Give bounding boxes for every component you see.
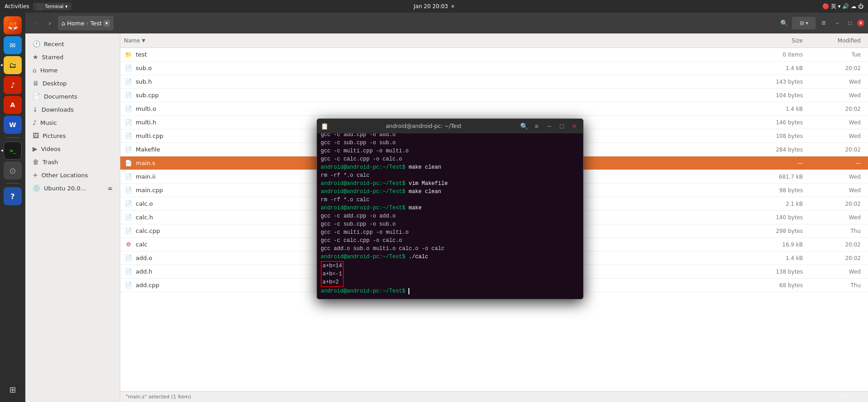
size-column-header[interactable]: Size — [756, 38, 810, 44]
sidebar-item-downloads[interactable]: ↓ Downloads — [27, 103, 118, 116]
terminal-line: android@android-pc:~/Test$ ./calc — [321, 253, 579, 261]
dock-writer[interactable]: W — [4, 116, 22, 134]
dock-dvd[interactable]: ⊙ — [4, 161, 22, 180]
recent-icon: 🕐 — [33, 40, 40, 47]
breadcrumb-arrow: › — [86, 20, 89, 26]
minimize-button[interactable]: − — [832, 18, 843, 28]
file-icon: 📄 — [124, 186, 133, 195]
modified-column-header[interactable]: Modified — [810, 38, 864, 44]
dock-files[interactable]: 🗂 — [4, 56, 22, 74]
dock-firefox[interactable]: 🦊 — [4, 16, 22, 34]
file-modified: 20:02 — [810, 201, 864, 207]
ubuntu-eject-icon[interactable]: ⏏ — [108, 185, 113, 191]
terminal-prompt: android@android-pc:~/Test$ — [321, 254, 408, 260]
terminal-search-button[interactable]: 🔍 — [519, 121, 529, 131]
terminal-line: rm -rf *.o calc — [321, 196, 579, 204]
sidebar-item-ubuntu[interactable]: 💿 Ubuntu 20.0... ⏏ — [27, 182, 118, 194]
terminal-close-button[interactable]: ✕ — [569, 121, 579, 131]
file-modified: Wed — [810, 214, 864, 221]
sidebar-item-recent[interactable]: 🕐 Recent — [27, 38, 118, 50]
terminal-prompt: android@android-pc:~/Test$ — [321, 164, 408, 170]
sidebar-item-desktop[interactable]: 🖥 Desktop — [27, 77, 118, 90]
dock-app-grid[interactable]: ⊞ — [4, 380, 22, 398]
sidebar-item-documents[interactable]: 📄 Documents — [27, 90, 118, 103]
statusbar-text: "main.s" selected (1 item) — [126, 394, 191, 400]
terminal-minimize-button[interactable]: − — [544, 121, 554, 131]
terminal-line: android@android-pc:~/Test$ make clean — [321, 163, 579, 171]
close-button[interactable]: ✕ — [857, 19, 864, 27]
breadcrumb-home[interactable]: Home — [67, 20, 84, 27]
file-icon: 📄 — [124, 172, 133, 181]
table-row[interactable]: 📁 test 0 items Tue — [120, 48, 868, 61]
terminal-command: vim Makefile — [408, 180, 447, 187]
terminal-body[interactable]: android@android-pc:~/Test$ vim Makefilea… — [317, 133, 583, 299]
dock-terminal[interactable]: >_ — [4, 142, 22, 160]
file-size: 681.7 kB — [756, 174, 810, 180]
table-row[interactable]: 📄 sub.h 143 bytes Wed — [120, 75, 868, 89]
view-toggle-button[interactable]: ⊞ ▾ — [792, 17, 816, 29]
file-modified: Wed — [810, 92, 864, 99]
file-icon: 📄 — [124, 118, 133, 127]
sidebar: 🕐 Recent ★ Starred ⌂ Home 🖥 Desktop 📄 Do… — [25, 33, 120, 402]
file-icon: 📄 — [124, 213, 133, 222]
file-icon: 📄 — [124, 227, 133, 236]
file-icon: 📄 — [124, 281, 133, 290]
sidebar-item-starred[interactable]: ★ Starred — [27, 51, 118, 63]
terminal-maximize-button[interactable]: □ — [557, 121, 567, 131]
sidebar-item-other-locations[interactable]: + Other Locations — [27, 169, 118, 181]
breadcrumb-test[interactable]: Test — [90, 20, 102, 27]
dock-music[interactable]: ♪ — [4, 76, 22, 94]
file-size: 1.4 kB — [756, 106, 810, 112]
file-icon: 📄 — [124, 254, 133, 263]
view-dropdown-icon: ▾ — [806, 20, 808, 26]
search-button[interactable]: 🔍 — [778, 17, 790, 29]
sidebar-item-music[interactable]: ♪ Music — [27, 116, 118, 129]
sidebar-item-videos[interactable]: ▶ Videos — [27, 142, 118, 155]
terminal-line: gcc -c add.cpp -o add.o — [321, 133, 579, 139]
sidebar-item-trash-label: Trash — [43, 159, 58, 166]
dock-mail[interactable]: ✉ — [4, 36, 22, 54]
table-row[interactable]: 📄 sub.o 1.4 kB 20:02 — [120, 61, 868, 75]
back-button[interactable]: ‹ — [29, 17, 42, 29]
file-modified: Wed — [810, 187, 864, 194]
sidebar-item-documents-label: Documents — [44, 93, 77, 100]
name-column-header[interactable]: Name ▼ — [124, 38, 756, 44]
file-modified: Wed — [810, 174, 864, 180]
terminal-taskbar-button[interactable]: ⬛ Terminal ▾ — [33, 3, 72, 10]
file-name: test — [136, 51, 756, 58]
terminal-dropdown-icon: ▾ — [65, 4, 68, 9]
terminal-menu-button[interactable]: ≡ — [531, 121, 541, 131]
file-name: sub.o — [136, 65, 756, 71]
file-size: 104 bytes — [756, 92, 810, 99]
forward-button[interactable]: › — [43, 17, 56, 29]
videos-icon: ▶ — [33, 145, 38, 152]
sidebar-item-home-label: Home — [40, 67, 57, 74]
breadcrumb-dropdown-button[interactable]: ▾ — [104, 20, 110, 27]
terminal-titlebar: 📋 android@android-pc: ~/Test 🔍 ≡ − □ ✕ — [317, 119, 583, 133]
table-row[interactable]: 📄 sub.cpp 104 bytes Wed — [120, 89, 868, 102]
dock-separator-2 — [6, 183, 19, 184]
application-dock: 🦊 ✉ 🗂 ♪ A W >_ ⊙ ? ⊞ — [0, 13, 25, 402]
dock-ubuntu-software[interactable]: A — [4, 96, 22, 114]
file-name: sub.h — [136, 78, 756, 85]
sidebar-item-starred-label: Starred — [42, 54, 64, 61]
file-modified: 20:02 — [810, 106, 864, 112]
hamburger-menu-button[interactable]: ≡ — [817, 17, 830, 29]
sidebar-item-home[interactable]: ⌂ Home — [27, 64, 118, 76]
terminal-output: gcc -c add.cpp -o add.o — [321, 213, 396, 219]
terminal-output: gcc -c multi.cpp -o multi.o — [321, 148, 408, 154]
starred-icon: ★ — [33, 53, 38, 61]
file-icon: 📄 — [124, 77, 133, 86]
sort-icon: ▼ — [142, 38, 145, 43]
sidebar-item-pictures[interactable]: 🖼 Pictures — [27, 129, 118, 142]
file-size: 1.4 kB — [756, 255, 810, 261]
table-row[interactable]: 📄 multi.o 1.4 kB 20:02 — [120, 102, 868, 116]
terminal-output: rm -rf *.o calc — [321, 172, 370, 179]
breadcrumb: ⌂ Home › Test ▾ — [58, 16, 114, 30]
sidebar-item-trash[interactable]: 🗑 Trash — [27, 156, 118, 168]
terminal-line: gcc -c sub.cpp -o sub.o — [321, 139, 579, 147]
maximize-button[interactable]: □ — [844, 18, 855, 28]
activities-button[interactable]: Activities — [5, 3, 29, 9]
file-icon: 📄 — [124, 267, 133, 276]
dock-help[interactable]: ? — [4, 187, 22, 205]
